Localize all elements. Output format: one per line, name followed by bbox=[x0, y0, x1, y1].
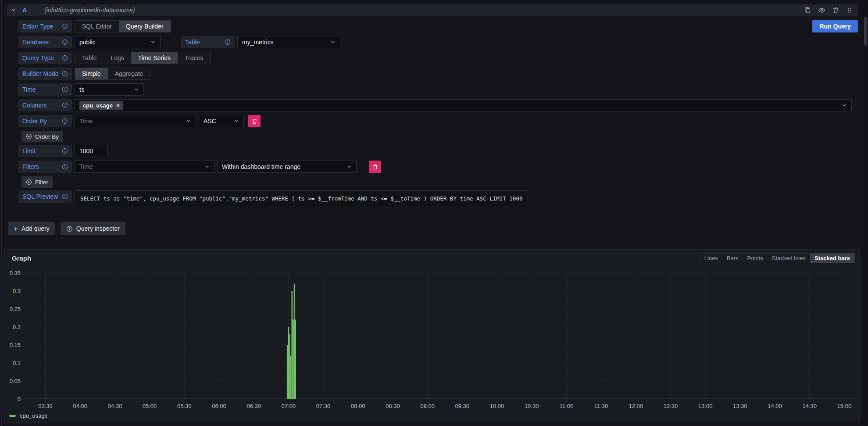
info-icon[interactable] bbox=[62, 148, 68, 154]
delete-query-button[interactable] bbox=[832, 7, 839, 14]
scrollbar-thumb[interactable] bbox=[864, 17, 867, 46]
time-column-value: ts bbox=[79, 86, 84, 93]
legend-swatch bbox=[9, 415, 16, 417]
draw-mode-lines[interactable]: Lines bbox=[700, 254, 722, 263]
query-ref-id: A bbox=[22, 7, 27, 14]
chevron-down-icon bbox=[186, 118, 191, 124]
order-by-direction-select[interactable]: ASC bbox=[199, 115, 244, 127]
add-filter-button[interactable]: Filter bbox=[21, 176, 53, 188]
svg-text:05:30: 05:30 bbox=[177, 403, 192, 409]
query-header-bar: A (info8fcc-greptimedb-datasource) bbox=[7, 4, 858, 16]
chevron-down-icon bbox=[204, 164, 210, 169]
svg-text:08:00: 08:00 bbox=[351, 403, 365, 409]
info-icon[interactable] bbox=[62, 55, 68, 61]
editor-type-toggle: SQL Editor Query Builder bbox=[75, 20, 171, 32]
draw-mode-toggle: Lines Bars Points Stacked lines Stacked … bbox=[700, 253, 855, 263]
remove-order-by-button[interactable] bbox=[248, 115, 261, 127]
order-by-column-select[interactable]: Time bbox=[75, 115, 196, 127]
query-type-row: Query Type Table Logs Time Series Traces bbox=[18, 52, 858, 64]
filter-column-select[interactable]: Time bbox=[75, 161, 214, 173]
database-label: Database bbox=[18, 36, 72, 48]
info-icon[interactable] bbox=[62, 23, 68, 29]
editor-type-option-sql-editor[interactable]: SQL Editor bbox=[75, 21, 119, 32]
info-icon[interactable] bbox=[62, 39, 68, 45]
datasource-name: (info8fcc-greptimedb-datasource) bbox=[44, 7, 135, 14]
table-select[interactable]: my_metrics bbox=[237, 36, 340, 48]
svg-text:0: 0 bbox=[18, 396, 21, 402]
table-select-value: my_metrics bbox=[242, 39, 274, 46]
database-select[interactable]: public bbox=[75, 36, 161, 48]
svg-text:10:30: 10:30 bbox=[525, 403, 539, 409]
filters-label: Filters bbox=[18, 161, 72, 173]
add-query-button[interactable]: + Add query bbox=[8, 222, 55, 235]
trash-icon bbox=[252, 118, 257, 124]
add-order-by-button[interactable]: Order By bbox=[21, 131, 63, 142]
editor-type-option-query-builder[interactable]: Query Builder bbox=[119, 21, 171, 32]
query-type-option-table[interactable]: Table bbox=[75, 52, 104, 64]
svg-text:12:30: 12:30 bbox=[664, 403, 678, 409]
draw-mode-bars[interactable]: Bars bbox=[722, 254, 743, 263]
query-type-option-traces[interactable]: Traces bbox=[178, 52, 210, 64]
svg-text:13:30: 13:30 bbox=[733, 403, 747, 409]
svg-text:04:30: 04:30 bbox=[108, 403, 122, 409]
toggle-query-visibility-button[interactable] bbox=[818, 7, 825, 14]
svg-text:09:30: 09:30 bbox=[455, 403, 470, 409]
info-icon[interactable] bbox=[62, 193, 68, 200]
query-type-option-time-series[interactable]: Time Series bbox=[131, 52, 178, 64]
filters-row: Filters Time Within dashboard time range bbox=[18, 161, 858, 173]
time-label: Time bbox=[18, 83, 72, 96]
svg-text:05:00: 05:00 bbox=[143, 403, 157, 409]
collapse-query-button[interactable] bbox=[11, 7, 16, 13]
columns-multiselect[interactable]: cpu_usage × bbox=[75, 99, 852, 111]
graph-panel-title: Graph bbox=[12, 254, 31, 262]
svg-text:0.15: 0.15 bbox=[10, 342, 21, 348]
builder-mode-label: Builder Mode bbox=[18, 68, 72, 80]
query-builder-form: Editor Type SQL Editor Query Builder Run… bbox=[7, 16, 858, 206]
info-icon[interactable] bbox=[62, 102, 68, 108]
limit-input[interactable]: 1000 bbox=[75, 145, 108, 157]
draw-mode-stacked-lines[interactable]: Stacked lines bbox=[768, 254, 810, 263]
remove-column-icon[interactable]: × bbox=[116, 102, 120, 108]
remove-filter-button[interactable] bbox=[369, 161, 381, 173]
grip-dots-icon bbox=[846, 7, 853, 14]
info-icon[interactable] bbox=[62, 86, 68, 93]
order-by-direction-value: ASC bbox=[204, 118, 216, 125]
limit-row: Limit 1000 bbox=[18, 145, 858, 157]
svg-text:11:30: 11:30 bbox=[594, 403, 608, 409]
editor-type-row: Editor Type SQL Editor Query Builder Run… bbox=[18, 20, 858, 32]
svg-text:15:00: 15:00 bbox=[837, 403, 852, 409]
draw-mode-points[interactable]: Points bbox=[743, 254, 768, 263]
chart[interactable]: 00.050.10.150.20.250.30.3503:3004:0004:3… bbox=[4, 250, 859, 422]
trash-icon bbox=[832, 7, 839, 14]
sql-preview-code: SELECT ts as "time", cpu_usage FROM "pub… bbox=[75, 190, 528, 206]
builder-mode-option-simple[interactable]: Simple bbox=[75, 68, 108, 79]
svg-text:07:00: 07:00 bbox=[282, 403, 296, 409]
svg-text:0.25: 0.25 bbox=[10, 306, 21, 312]
draw-mode-stacked-bars[interactable]: Stacked bars bbox=[810, 254, 854, 263]
info-icon[interactable] bbox=[62, 118, 68, 124]
svg-text:03:30: 03:30 bbox=[38, 403, 53, 409]
builder-mode-row: Builder Mode Simple Aggregate bbox=[18, 68, 858, 80]
scrollbar-track[interactable] bbox=[863, 0, 868, 426]
query-type-option-logs[interactable]: Logs bbox=[104, 52, 131, 64]
svg-text:0.3: 0.3 bbox=[13, 288, 21, 294]
chevron-down-icon bbox=[150, 39, 156, 45]
info-icon[interactable] bbox=[62, 71, 68, 77]
builder-mode-toggle: Simple Aggregate bbox=[75, 68, 150, 80]
time-column-select[interactable]: ts bbox=[75, 83, 144, 96]
pane-edge-divider bbox=[1, 0, 2, 426]
duplicate-query-button[interactable] bbox=[804, 7, 811, 14]
svg-text:07:30: 07:30 bbox=[316, 403, 331, 409]
drag-query-handle[interactable] bbox=[846, 7, 853, 14]
builder-mode-option-aggregate[interactable]: Aggregate bbox=[108, 68, 150, 79]
info-icon[interactable] bbox=[62, 164, 68, 170]
legend-item-cpu-usage[interactable]: cpu_usage bbox=[9, 412, 48, 419]
info-icon[interactable] bbox=[225, 39, 231, 45]
database-select-value: public bbox=[79, 39, 96, 46]
pane-divider bbox=[2, 244, 863, 244]
query-inspector-button[interactable]: Query inspector bbox=[61, 222, 125, 235]
table-label: Table bbox=[181, 36, 235, 48]
filter-condition-select[interactable]: Within dashboard time range bbox=[217, 161, 357, 173]
run-query-button[interactable]: Run Query bbox=[812, 20, 858, 32]
editor-type-label: Editor Type bbox=[18, 20, 72, 32]
